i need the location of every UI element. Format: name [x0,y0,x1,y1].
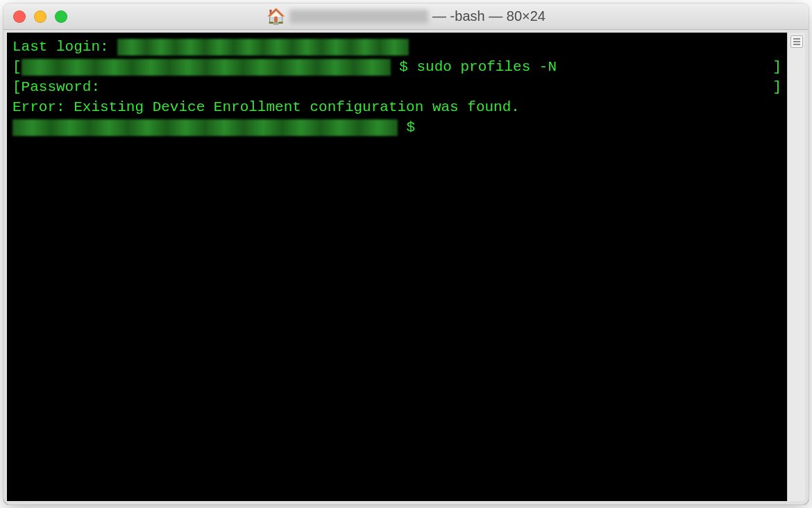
bracket-open-3: [ [12,77,22,97]
prompt-symbol: $ [391,57,417,77]
bracket-open: [ [12,57,22,77]
password-prompt: Password: [22,77,100,97]
window-title: 🏠 — -bash — 80×24 [3,8,809,24]
terminal-line-2: [ $ sudo profiles -N ] [12,57,781,77]
terminal-line-1: Last login: [12,37,781,57]
last-login-label: Last login: [12,37,117,57]
traffic-lights [3,10,67,23]
terminal-line-5: $ [12,117,781,137]
menu-icon[interactable] [790,35,803,48]
command-text: sudo profiles -N [416,57,557,77]
title-suffix: — -bash — 80×24 [432,8,545,24]
terminal-window: 🏠 — -bash — 80×24 Last login: [ $ sudo p… [3,3,809,505]
close-button[interactable] [13,10,26,23]
home-icon: 🏠 [267,9,285,24]
terminal-line-3: [ Password: ] [12,77,781,97]
terminal-area: Last login: [ $ sudo profiles -N ] [ Pas… [3,30,809,505]
minimize-button[interactable] [34,10,46,23]
error-message: Error: Existing Device Enrollment config… [12,97,520,117]
window-titlebar[interactable]: 🏠 — -bash — 80×24 [3,3,809,30]
bracket-close: ] [772,57,781,77]
redacted-hostname-2 [12,119,398,136]
terminal-line-4: Error: Existing Device Enrollment config… [12,97,781,117]
prompt-symbol-2: $ [398,117,424,137]
redacted-login-info [117,39,409,56]
scrollbar[interactable] [787,33,805,501]
terminal-content[interactable]: Last login: [ $ sudo profiles -N ] [ Pas… [7,33,787,501]
maximize-button[interactable] [55,10,67,23]
redacted-hostname [22,59,391,76]
title-redacted [289,10,428,24]
bracket-close-3: ] [772,77,781,97]
